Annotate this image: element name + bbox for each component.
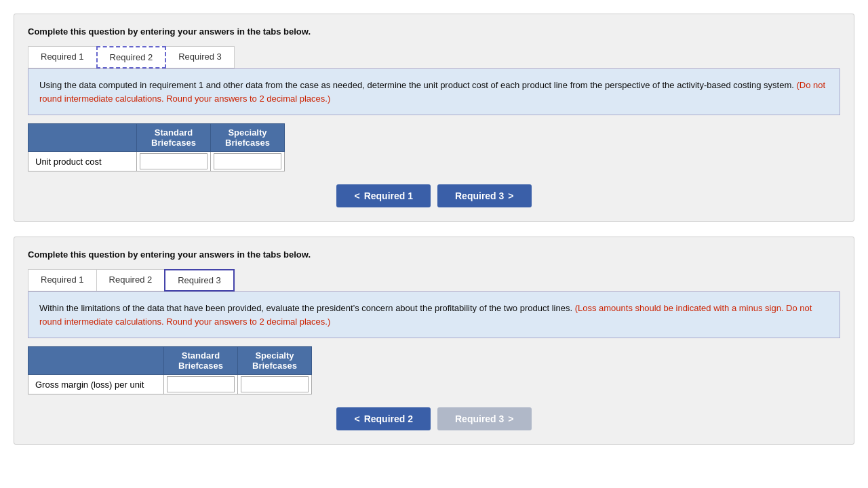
section1-row-unit-cost: Unit product cost: [28, 152, 285, 171]
section1-instruction-main: Using the data computed in requirement 1…: [39, 80, 794, 90]
section1-back-button[interactable]: < Required 1: [336, 184, 431, 207]
section2-forward-label: Required 3: [455, 413, 504, 424]
section1-back-arrow: <: [354, 190, 359, 201]
section2-tab-required3[interactable]: Required 3: [164, 269, 235, 291]
section2-instruction-main: Within the limitations of the data that …: [39, 303, 572, 313]
section1-col-empty: [28, 124, 137, 152]
section1-row-label: Unit product cost: [28, 152, 137, 171]
section1-tab-required3[interactable]: Required 3: [165, 46, 235, 68]
section2-back-button[interactable]: < Required 2: [336, 407, 431, 430]
section2-specialty-input[interactable]: [241, 376, 309, 392]
section1-forward-arrow: >: [508, 190, 513, 201]
section1-tab-required1[interactable]: Required 1: [28, 46, 97, 68]
section2-row-gross-margin: Gross margin (loss) per unit: [28, 375, 312, 394]
section2-forward-button: Required 3 >: [437, 407, 532, 430]
section2-tab-required1[interactable]: Required 1: [28, 269, 97, 291]
section1-table-wrapper: StandardBriefcases SpecialtyBriefcases U…: [28, 123, 285, 171]
section2-header: Complete this question by entering your …: [28, 249, 840, 260]
section1-tabs: Required 1 Required 2 Required 3: [28, 46, 840, 68]
section1-table: StandardBriefcases SpecialtyBriefcases U…: [28, 123, 285, 171]
section2-input-standard[interactable]: [164, 375, 238, 394]
section2-instruction: Within the limitations of the data that …: [28, 291, 840, 338]
section1-col-standard: StandardBriefcases: [137, 124, 211, 152]
section2-standard-input[interactable]: [167, 376, 235, 392]
section1-card: Complete this question by entering your …: [14, 14, 854, 222]
section1-standard-input[interactable]: [140, 153, 208, 169]
section2-back-arrow: <: [354, 413, 359, 424]
section1-instruction: Using the data computed in requirement 1…: [28, 68, 840, 115]
section2-row-label: Gross margin (loss) per unit: [28, 375, 164, 394]
section2-forward-arrow: >: [508, 413, 513, 424]
section1-col-specialty: SpecialtyBriefcases: [211, 124, 285, 152]
section2-back-label: Required 2: [364, 413, 413, 424]
section2-input-specialty[interactable]: [238, 375, 312, 394]
section2-tab-required2[interactable]: Required 2: [96, 269, 165, 291]
section1-header: Complete this question by entering your …: [28, 26, 840, 37]
section1-input-standard[interactable]: [137, 152, 211, 171]
section2-col-empty: [28, 347, 164, 375]
section2-table-wrapper: StandardBriefcases SpecialtyBriefcases G…: [28, 346, 312, 394]
section1-nav: < Required 1 Required 3 >: [28, 184, 840, 207]
section1-specialty-input[interactable]: [214, 153, 281, 169]
section2-card: Complete this question by entering your …: [14, 237, 854, 445]
section1-back-label: Required 1: [364, 190, 413, 201]
section1-input-specialty[interactable]: [211, 152, 285, 171]
section1-forward-label: Required 3: [455, 190, 504, 201]
section1-forward-button[interactable]: Required 3 >: [437, 184, 532, 207]
section1-tab-required2[interactable]: Required 2: [96, 46, 167, 68]
section2-col-standard: StandardBriefcases: [164, 347, 238, 375]
section2-col-specialty: SpecialtyBriefcases: [238, 347, 312, 375]
section2-nav: < Required 2 Required 3 >: [28, 407, 840, 430]
section2-table: StandardBriefcases SpecialtyBriefcases G…: [28, 346, 312, 394]
section2-tabs: Required 1 Required 2 Required 3: [28, 269, 840, 291]
